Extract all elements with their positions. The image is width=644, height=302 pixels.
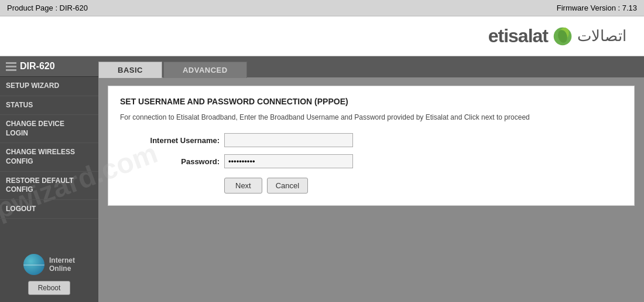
form-description: For connection to Etisalat Broadband, En… [120, 112, 622, 123]
username-label: Internet Username: [120, 136, 220, 145]
internet-globe-icon [23, 254, 44, 275]
sidebar-logo-line-1 [6, 62, 16, 64]
logo-text-en: etisalat [488, 25, 548, 47]
tab-basic[interactable]: BASIC [98, 62, 162, 78]
sidebar-item-change-device-login[interactable]: CHANGE DEVICELOGIN [0, 115, 98, 143]
cancel-button[interactable]: Cancel [267, 178, 308, 194]
internet-status-label: Internet Online [49, 256, 75, 273]
password-input[interactable] [224, 154, 353, 168]
product-page-label: Product Page : DIR-620 [7, 4, 88, 12]
sidebar-logo-line-2 [6, 66, 16, 67]
tab-advanced[interactable]: ADVANCED [163, 62, 247, 78]
sidebar-item-restore-default-config[interactable]: RESTORE DEFAULTCONFIG [0, 172, 98, 200]
form-buttons: Next Cancel [120, 178, 622, 194]
sidebar-logo-lines [6, 62, 16, 71]
main-layout: DIR-620 setupwizard.com SETUP WIZARD STA… [0, 56, 644, 302]
sidebar: DIR-620 setupwizard.com SETUP WIZARD STA… [0, 56, 98, 302]
tab-bar: BASIC ADVANCED [98, 56, 644, 77]
internet-status: Internet Online [23, 254, 75, 275]
password-label: Password: [120, 157, 220, 166]
username-row: Internet Username: [120, 133, 622, 147]
logo-bar: etisalat اتصالات [0, 16, 644, 56]
sidebar-item-status[interactable]: STATUS [0, 96, 98, 116]
password-row: Password: [120, 154, 622, 168]
top-bar: Product Page : DIR-620 Firmware Version … [0, 0, 644, 16]
sidebar-item-change-wireless-config[interactable]: CHANGE WIRELESSCONFIG [0, 143, 98, 171]
form-panel: SET USERNAME AND PASSWORD CONNECTION (PP… [108, 86, 635, 206]
sidebar-logo: DIR-620 [0, 56, 98, 77]
reboot-button[interactable]: Reboot [28, 281, 71, 295]
sidebar-logo-line-3 [6, 69, 16, 71]
sidebar-item-setup-wizard[interactable]: SETUP WIZARD [0, 77, 98, 96]
content-area: BASIC ADVANCED SET USERNAME AND PASSWORD… [98, 56, 644, 302]
next-button[interactable]: Next [224, 178, 262, 194]
sidebar-bottom: Internet Online Reboot [0, 247, 98, 302]
sidebar-item-logout[interactable]: Logout [0, 200, 98, 219]
form-title: SET USERNAME AND PASSWORD CONNECTION (PP… [120, 97, 622, 106]
sidebar-device-name: DIR-620 [20, 61, 55, 72]
sidebar-nav: SETUP WIZARD STATUS CHANGE DEVICELOGIN C… [0, 77, 98, 219]
username-input[interactable] [224, 133, 353, 147]
etisalat-logo: etisalat اتصالات [488, 25, 626, 47]
logo-text-ar: اتصالات [577, 27, 626, 45]
firmware-version-label: Firmware Version : 7.13 [557, 4, 637, 12]
